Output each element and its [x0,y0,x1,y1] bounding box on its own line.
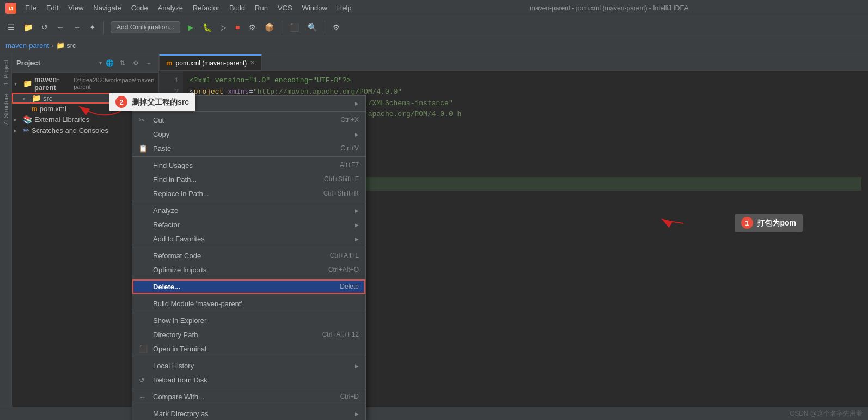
tree-item-maven-parent[interactable]: ▾ 📁 maven-parent D:\idea2020workspace\ma… [12,74,158,93]
ctx-open-terminal[interactable]: ⬛ Open in Terminal [132,342,365,356]
ctx-find-usages[interactable]: Find Usages Alt+F7 [132,158,365,172]
build2-btn[interactable]: 📦 [261,21,277,34]
ctx-delete[interactable]: Delete... Delete [132,279,365,294]
breadcrumb-separator: › [51,41,53,50]
ctx-paste[interactable]: 📋 Paste Ctrl+V [132,141,365,155]
search2-btn[interactable]: 🔍 [304,21,320,34]
panel-close-btn[interactable]: − [143,58,154,69]
ctx-cut-icon: ✂ [139,116,150,124]
annotation-badge-1: 1 [741,217,753,229]
menu-help[interactable]: Help [333,2,356,14]
ctx-show-explorer[interactable]: Show in Explorer [132,313,365,327]
toolbar: ☰ 📁 ↺ ← → ✦ Add Configuration... ▶ 🐛 ▷ ■… [0,16,868,38]
window-title: maven-parent - pom.xml (maven-parent) - … [356,4,863,12]
menu-refactor[interactable]: Refactor [188,2,224,14]
left-strip: 1: Project Z: Structure [0,53,12,420]
ctx-reformat[interactable]: Reformat Code Ctrl+Alt+L [132,248,365,263]
pom-file-icon: m [166,59,173,67]
menu-view[interactable]: View [64,2,88,14]
editor-tabs: m pom.xml (maven-parent) ✕ [159,53,868,71]
project-strip-label[interactable]: 1: Project [2,56,10,89]
annotation-tooltip-2: 1 打包为pom [735,214,803,232]
menu-file[interactable]: File [21,2,41,14]
ctx-sep-4 [132,247,365,247]
title-bar: IJ File Edit View Navigate Code Analyze … [0,0,868,16]
ctx-sep-7 [132,312,365,312]
ctx-sep-1 [132,111,365,112]
ctx-dir-path[interactable]: Directory Path Ctrl+Alt+F12 [132,327,365,342]
build-btn[interactable]: ⚙ [246,21,259,34]
annotation-tooltip-1: 2 删掉父工程的src [109,93,195,111]
run-coverage-btn[interactable]: ▷ [217,21,230,34]
ctx-reload-disk[interactable]: ↺ Reload from Disk [132,373,365,387]
menubar: File Edit View Navigate Code Analyze Ref… [21,2,356,14]
annotation-text-2: 打包为pom [757,218,796,227]
scratches-label: Scratches and Consoles [32,126,108,135]
ctx-add-favorites[interactable]: Add to Favorites ▸ [132,232,365,246]
ctx-find-path[interactable]: Find in Path... Ctrl+Shift+F [132,172,365,186]
breadcrumb: maven-parent › 📁 src [0,38,868,53]
status-bar: CSDN @这个名字先用着 [0,407,868,420]
ctx-sep-8 [132,357,365,357]
toolbar-back-btn[interactable]: ← [53,21,68,34]
ctx-analyze[interactable]: Analyze ▸ [132,203,365,217]
ctx-terminal-icon: ⬛ [139,345,150,353]
annotation-badge-2: 2 [115,96,127,108]
panel-sort-btn[interactable]: ⇅ [117,58,128,69]
panel-globe-btn[interactable]: 🌐 [104,58,115,69]
debug-btn[interactable]: 🐛 [199,21,215,34]
ctx-refactor[interactable]: Refactor ▸ [132,217,365,232]
context-menu: New ▸ ✂ Cut Ctrl+X Copy ▸ 📋 Paste Ctrl+V… [132,95,366,420]
ctx-reload-icon: ↺ [139,376,150,384]
ctx-replace-path[interactable]: Replace in Path... Ctrl+Shift+R [132,186,365,200]
panel-settings-btn[interactable]: ⚙ [130,58,141,69]
ctx-sep-5 [132,278,365,278]
separator-3 [325,21,325,34]
panel-header: Project ▾ 🌐 ⇅ ⚙ − [12,53,158,73]
structure-strip-label[interactable]: Z: Structure [2,89,10,129]
toolbar-search-btn[interactable]: ✦ [86,21,99,34]
tab-close-btn[interactable]: ✕ [250,59,255,66]
ctx-paste-icon: 📋 [139,144,150,153]
menu-vcs[interactable]: VCS [273,2,297,14]
svg-text:IJ: IJ [9,6,13,11]
panel-dropdown-icon[interactable]: ▾ [99,60,102,66]
menu-code[interactable]: Code [127,2,152,14]
run-btn[interactable]: ▶ [185,21,197,34]
menu-edit[interactable]: Edit [42,2,63,14]
menu-build[interactable]: Build [225,2,249,14]
settings-btn[interactable]: ⚙ [329,21,343,34]
breadcrumb-child: 📁 src [56,41,76,50]
ctx-sep-10 [132,405,365,405]
toolbar-forward-btn[interactable]: → [70,21,84,34]
ctx-local-history[interactable]: Local History ▸ [132,358,365,373]
editor-tab-pom[interactable]: m pom.xml (maven-parent) ✕ [159,54,262,70]
ctx-sep-3 [132,202,365,202]
breadcrumb-parent[interactable]: maven-parent [5,41,49,50]
menu-window[interactable]: Window [298,2,332,14]
run-config-selector[interactable]: Add Configuration... [111,21,180,33]
toolbar-sync-btn[interactable]: ↺ [38,21,51,34]
stop-btn[interactable]: ■ [232,21,243,34]
annotation-text-1: 删掉父工程的src [132,98,189,106]
separator-2 [282,21,282,34]
ctx-build-module[interactable]: Build Module 'maven-parent' [132,296,365,311]
ctx-compare-icon: ↔ [139,393,150,401]
menu-navigate[interactable]: Navigate [89,2,125,14]
ctx-copy[interactable]: Copy ▸ [132,127,365,141]
ctx-mark-dir[interactable]: Mark Directory as ▸ [132,406,365,420]
menu-run[interactable]: Run [250,2,272,14]
ctx-sep-6 [132,295,365,295]
tab-label: pom.xml (maven-parent) [176,59,247,67]
ctx-optimize-imports[interactable]: Optimize Imports Ctrl+Alt+O [132,263,365,277]
menu-analyze[interactable]: Analyze [154,2,187,14]
app-logo: IJ [5,3,16,14]
ctx-compare-with[interactable]: ↔ Compare With... Ctrl+D [132,389,365,404]
toolbar-open-btn[interactable]: 📁 [20,21,36,34]
separator-1 [103,21,104,34]
toolbar-menu-btn[interactable]: ☰ [4,21,18,34]
ctx-sep-2 [132,156,365,157]
panel-title: Project [16,59,97,67]
terminal-btn[interactable]: ⬛ [286,21,302,34]
ctx-cut[interactable]: ✂ Cut Ctrl+X [132,113,365,127]
